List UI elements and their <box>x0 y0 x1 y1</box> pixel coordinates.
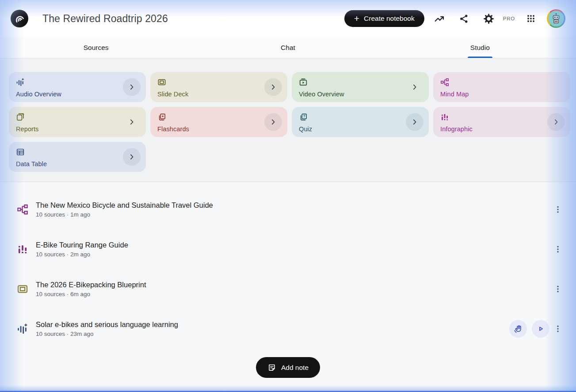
tool-card-mind-map[interactable]: Mind Map <box>433 72 570 102</box>
artifact-title: E-Bike Touring Range Guide <box>36 241 128 249</box>
panel-tabs: Sources Chat Studio <box>0 37 576 58</box>
more-options-kebab-icon[interactable] <box>551 240 565 258</box>
more-options-kebab-icon[interactable] <box>551 320 565 338</box>
create-notebook-label: Create notebook <box>364 15 415 23</box>
create-notebook-button[interactable]: + Create notebook <box>344 10 424 27</box>
audio-waveform-sparkle-icon <box>17 323 28 335</box>
chevron-right-icon[interactable] <box>406 78 423 96</box>
chevron-right-icon[interactable] <box>547 113 565 131</box>
tool-label: Mind Map <box>440 91 563 98</box>
artifact-row-mind-map[interactable]: The New Mexico Bicycle and Sustainable T… <box>17 198 565 221</box>
tool-label: Data Table <box>16 160 139 167</box>
chevron-right-icon[interactable] <box>406 113 423 131</box>
more-options-kebab-icon[interactable] <box>551 280 565 298</box>
apps-grid-icon[interactable] <box>521 9 541 28</box>
slide-frame-icon <box>17 283 28 295</box>
artifact-title: Solar e-bikes and serious language learn… <box>36 320 178 329</box>
analytics-trending-icon[interactable] <box>430 9 449 28</box>
artifact-row-slide-deck[interactable]: The 2026 E-Bikepacking Blueprint 10 sour… <box>17 278 565 301</box>
bar-chart-icon <box>17 244 28 255</box>
slide-frame-icon <box>157 78 280 87</box>
artifact-title: The New Mexico Bicycle and Sustainable T… <box>36 201 213 209</box>
tool-label: Flashcards <box>157 126 280 133</box>
tool-card-reports[interactable]: Reports <box>9 107 146 137</box>
chevron-right-icon[interactable] <box>123 78 141 96</box>
tool-card-data-table[interactable]: Data Table <box>9 142 146 172</box>
tool-label: Audio Overview <box>16 91 139 98</box>
studio-tools-grid: Audio Overview Slide Deck <box>9 72 570 172</box>
tool-label: Infographic <box>440 126 563 133</box>
chevron-right-icon[interactable] <box>264 113 282 131</box>
video-play-icon <box>299 78 422 87</box>
top-bar: The Rewired Roadtrip 2026 + Create noteb… <box>0 0 576 37</box>
tab-sources[interactable]: Sources <box>0 37 192 58</box>
interactive-mode-hand-icon[interactable] <box>509 320 527 338</box>
tool-label: Slide Deck <box>157 91 280 98</box>
tab-chat[interactable]: Chat <box>192 37 384 58</box>
report-sparkle-icon <box>16 113 139 122</box>
add-note-button[interactable]: Add note <box>256 357 320 378</box>
more-options-kebab-icon[interactable] <box>551 201 565 218</box>
pro-badge: PRO <box>503 16 515 21</box>
tool-card-slide-deck[interactable]: Slide Deck <box>150 72 287 102</box>
mind-map-icon <box>440 78 563 87</box>
share-icon[interactable] <box>454 9 474 28</box>
mind-map-icon <box>17 204 28 215</box>
tool-card-infographic[interactable]: Infographic <box>433 107 570 137</box>
artifact-row-audio-overview[interactable]: Solar e-bikes and serious language learn… <box>17 317 565 340</box>
chevron-right-icon[interactable] <box>123 113 141 131</box>
settings-gear-icon[interactable] <box>479 9 499 28</box>
artifact-title: The 2026 E-Bikepacking Blueprint <box>36 281 146 289</box>
audio-actions <box>509 320 549 338</box>
studio-tools-panel: Audio Overview Slide Deck <box>0 58 576 182</box>
svg-text:?: ? <box>303 114 305 118</box>
tool-card-quiz[interactable]: ? Quiz <box>292 107 429 137</box>
active-tab-underline <box>468 57 492 58</box>
play-icon[interactable] <box>532 320 549 338</box>
add-note-label: Add note <box>281 364 309 372</box>
artifact-meta: 10 sources · 6m ago <box>36 291 146 297</box>
studio-output-list: The New Mexico Bicycle and Sustainable T… <box>0 182 576 378</box>
tool-card-audio-overview[interactable]: Audio Overview <box>9 72 146 102</box>
tool-label: Quiz <box>299 126 422 133</box>
quiz-cards-icon: ? <box>299 113 422 122</box>
bar-chart-icon <box>440 113 563 122</box>
chevron-right-icon[interactable] <box>123 148 141 166</box>
notebook-title[interactable]: The Rewired Roadtrip 2026 <box>42 13 168 25</box>
topbar-actions: + Create notebook <box>344 9 565 28</box>
artifact-meta: 10 sources · 23m ago <box>36 331 178 337</box>
artifact-meta: 10 sources · 2m ago <box>36 251 128 258</box>
note-icon <box>267 363 276 372</box>
artifact-meta: 10 sources · 1m ago <box>36 211 213 218</box>
flashcards-star-icon <box>157 113 280 122</box>
notebooklm-logo-icon[interactable] <box>11 10 28 27</box>
artifact-row-infographic[interactable]: E-Bike Touring Range Guide 10 sources · … <box>17 238 565 261</box>
robot-avatar-image <box>548 11 564 27</box>
account-avatar[interactable] <box>547 9 565 28</box>
plus-icon: + <box>354 14 359 23</box>
tool-card-video-overview[interactable]: Video Overview <box>292 72 429 102</box>
tool-label: Reports <box>16 126 139 133</box>
tab-studio[interactable]: Studio <box>384 37 576 58</box>
chevron-right-icon[interactable] <box>264 78 282 96</box>
audio-waveform-sparkle-icon <box>16 78 139 87</box>
data-table-icon <box>16 148 139 156</box>
tool-label: Video Overview <box>299 91 422 98</box>
tool-card-flashcards[interactable]: Flashcards <box>150 107 287 137</box>
